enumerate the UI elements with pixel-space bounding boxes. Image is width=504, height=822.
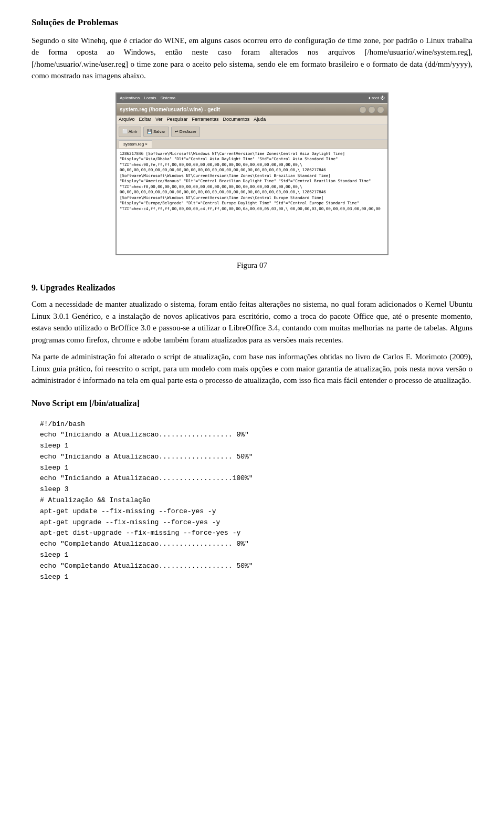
menu-locais[interactable]: Locais (144, 95, 156, 101)
section-heading: Soluções de Problemas (32, 16, 472, 29)
code-heading: Novo Script em [/bin/atualiza] (32, 397, 472, 410)
system-top-bar: Aplicativos Locais Sistema ♦ root ⏻ (117, 93, 387, 103)
code-block: #!/bin/bash echo "Iniciando a Atualizaca… (32, 414, 472, 588)
figure-image: Aplicativos Locais Sistema ♦ root ⏻ syst… (116, 92, 388, 255)
menu-ferramentas[interactable]: Ferramentas (192, 116, 219, 123)
top-bar-right: ♦ root ⏻ (369, 95, 384, 101)
menu-editar[interactable]: Editar (139, 116, 152, 123)
toolbar-abrir[interactable]: ⬜ Abrir (119, 127, 141, 137)
gedit-statusbar: Texto sem formatação ▾ Largura das tabul… (117, 254, 387, 255)
menu-documentos[interactable]: Documentos (223, 116, 250, 123)
gedit-titlebar: system.reg (/home/usuario/.wine) - gedit (117, 104, 387, 116)
section9-heading: 9. Upgrades Realizados (32, 282, 472, 294)
figure-caption: Figura 07 (237, 259, 267, 272)
gedit-toolbar: ⬜ Abrir 💾 Salvar ↩ Desfazer (117, 125, 387, 140)
minimize-btn[interactable] (359, 106, 366, 113)
gedit-title: system.reg (/home/usuario/.wine) - gedit (120, 106, 220, 113)
menu-arquivo[interactable]: Arquivo (119, 116, 135, 123)
paragraph-3: Na parte de administração foi alterado o… (32, 351, 472, 387)
top-bar-left: Aplicativos Locais Sistema (120, 95, 175, 101)
menu-pesquisar[interactable]: Pesquisar (167, 116, 188, 123)
toolbar-desfazer[interactable]: ↩ Desfazer (171, 127, 200, 137)
figure-container: Aplicativos Locais Sistema ♦ root ⏻ syst… (32, 92, 472, 272)
menu-ver[interactable]: Ver (155, 116, 163, 123)
gedit-window-controls (359, 106, 384, 113)
gedit-tabs: system.reg × (117, 140, 387, 149)
close-btn[interactable] (377, 106, 384, 113)
toolbar-salvar[interactable]: 💾 Salvar (143, 127, 169, 137)
gedit-menubar: Arquivo Editar Ver Pesquisar Ferramentas… (117, 116, 387, 125)
menu-ajuda[interactable]: Ajuda (254, 116, 266, 123)
menu-sistema[interactable]: Sistema (160, 95, 175, 101)
gedit-content: 1286217846 [Software\Microsoft\Windows N… (117, 149, 387, 254)
menu-aplicativos[interactable]: Aplicativos (120, 95, 140, 101)
paragraph-2: Com a necessidade de manter atualizado o… (32, 298, 472, 346)
paragraph-1: Segundo o site Winehq, que é criador do … (32, 35, 472, 82)
gedit-tab[interactable]: system.reg × (119, 140, 152, 148)
maximize-btn[interactable] (368, 106, 375, 113)
